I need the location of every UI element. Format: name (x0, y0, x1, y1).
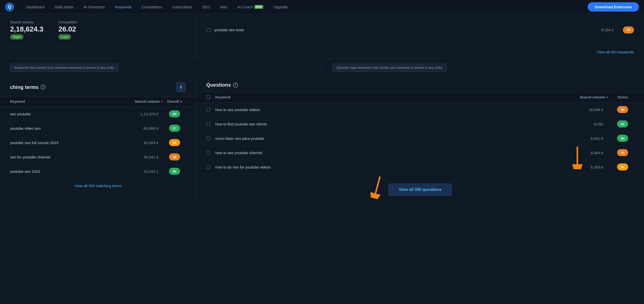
new-badge: NEW (254, 5, 263, 9)
view-all-row: View all 300 matching terms View all 300… (0, 179, 644, 201)
competition-badge: Low (58, 34, 71, 40)
th-keyword-right: Keyword (215, 95, 565, 99)
questions-section: Questions ? Keyword Search volume ▼ Over… (196, 77, 644, 179)
questions-help-icon[interactable]: ? (233, 83, 238, 88)
related-keyword-score: 58 (623, 26, 634, 33)
nav-ai-coach[interactable]: AI Coach NEW (233, 3, 268, 11)
overall-sort-icon[interactable]: ⇅ (180, 100, 182, 103)
competition-stat: Competition 26.02 Low (58, 20, 77, 40)
matching-terms-section: ching terms ? ⬇ Keyword Search volume ▼ … (0, 77, 196, 179)
score-badge: 69 (169, 110, 180, 117)
nav-competitors[interactable]: Competitors (137, 3, 167, 11)
info-box-left: Keywords that contain your searched keyw… (0, 58, 322, 77)
matching-terms-download-button[interactable]: ⬇ (176, 82, 186, 92)
question-row-checkbox[interactable] (206, 151, 210, 155)
stats-right: youtube seo tools 8,194.2 58 (196, 14, 644, 46)
competition-label: Competition (58, 20, 77, 24)
score-badge: 64 (617, 120, 628, 127)
view-all-related-container: View all 261 keywords (196, 46, 644, 58)
search-volume-label: Search volume (10, 20, 43, 24)
table-row[interactable]: how to find youtube seo clients 9,290 64 (196, 117, 644, 131)
th-keyword-left: Keyword (10, 99, 123, 104)
search-volume-value: 2,18,624.3 (10, 25, 43, 33)
th-overall-left: Overall ⇅ (163, 99, 186, 104)
matching-terms-rows: seo youtube 1,13,078.9 69 youtube video … (0, 107, 196, 179)
score-badge: 67 (169, 125, 180, 132)
view-all-questions-button[interactable]: View all 300 questions (388, 184, 452, 196)
view-all-questions-container: View all 300 questions (196, 179, 644, 201)
score-badge: 56 (169, 139, 180, 146)
spacer-left (0, 46, 196, 58)
td-keyword: youtube video seo (10, 126, 123, 130)
view-all-keywords-link[interactable]: View all 261 keywords (597, 50, 634, 54)
info-tag-right: Question type keywords that contain your… (332, 63, 447, 72)
stats-row: Search volume 2,18,624.3 High Competitio… (0, 14, 644, 46)
table-row[interactable]: youtube video seo 66,668.9 67 (0, 121, 196, 136)
orange-arrow-icon (569, 147, 586, 169)
td-keyword: how to find youtube seo clients (215, 122, 565, 126)
td-keyword: how to do seo for youtube videos (215, 165, 565, 169)
svg-line-3 (376, 177, 380, 194)
nav-subscribers[interactable]: Subscribers (168, 3, 196, 11)
search-volume-badge: High (10, 34, 23, 40)
table-row[interactable]: como fazer seo para youtube 8,541.8 66 (196, 131, 644, 146)
logo: Q (5, 3, 14, 12)
question-row-checkbox[interactable] (206, 122, 210, 126)
info-tag-left: Keywords that contain your searched keyw… (10, 63, 118, 72)
info-box-right: Question type keywords that contain your… (322, 58, 644, 77)
nav-seo[interactable]: SEO (197, 3, 215, 11)
table-row[interactable]: youtube seo 2023 32,041.1 66 (0, 164, 196, 179)
td-overall: 58 (611, 106, 634, 113)
td-keyword: youtube seo full course 2023 (10, 141, 123, 145)
table-row[interactable]: how to seo youtube videos 16,548.3 58 (196, 103, 644, 117)
competition-value: 26.02 (58, 25, 77, 33)
question-row-checkbox[interactable] (206, 108, 210, 112)
td-keyword: seo for youtube channel (10, 155, 123, 159)
question-row-checkbox[interactable] (206, 165, 210, 169)
questions-header: Questions ? (196, 77, 644, 92)
nav-max[interactable]: Max (216, 3, 232, 11)
nav-dashboard[interactable]: Dashboard (22, 3, 49, 11)
td-volume: 9,290 (568, 122, 608, 126)
score-badge: 53 (617, 149, 628, 156)
nav-upgrade[interactable]: Upgrade (269, 3, 292, 11)
related-keyword-checkbox[interactable] (206, 28, 210, 32)
th-volume-left: Search volume ▼ (123, 99, 163, 104)
search-volume-stat: Search volume 2,18,624.3 High (10, 20, 43, 40)
td-keyword: seo youtube (10, 112, 123, 116)
view-all-matching-link[interactable]: View all 300 matching terms (74, 184, 122, 188)
table-row[interactable]: seo for youtube channel 38,341.4 59 (0, 150, 196, 164)
view-all-matching-container: View all 300 matching terms (0, 179, 196, 201)
related-keyword-text: youtube seo tools (214, 28, 244, 32)
navigation: Q Dashboard Daily Ideas AI Generator Key… (0, 0, 644, 14)
view-all-related-row: View all 261 keywords (0, 46, 644, 58)
td-check (206, 108, 212, 112)
question-row-checkbox[interactable] (206, 136, 210, 140)
questions-select-all-checkbox[interactable] (206, 95, 210, 99)
nav-keywords[interactable]: Keywords (110, 3, 136, 11)
table-row[interactable]: youtube seo full course 2023 40,309.4 56 (0, 136, 196, 150)
td-overall: 66 (611, 135, 634, 142)
score-badge: 55 (617, 163, 628, 171)
td-volume: 8,541.8 (568, 136, 608, 141)
score-badge: 66 (169, 168, 180, 175)
th-check (206, 95, 212, 99)
related-keyword-volume: 8,194.2 (599, 28, 619, 32)
nav-right: Download Extension (588, 2, 639, 12)
td-keyword: how to seo youtube channel (215, 151, 565, 155)
questions-volume-sort-icon[interactable]: ▼ (606, 96, 608, 99)
td-volume: 1,13,078.9 (123, 112, 163, 116)
table-row[interactable]: seo youtube 1,13,078.9 69 (0, 107, 196, 121)
volume-sort-icon[interactable]: ▼ (161, 100, 163, 103)
td-overall: 55 (611, 163, 634, 171)
nav-items: Dashboard Daily Ideas AI Generator Keywo… (22, 3, 588, 11)
nav-ai-generator[interactable]: AI Generator (79, 3, 110, 11)
score-badge: 58 (617, 106, 628, 113)
table-section: ching terms ? ⬇ Keyword Search volume ▼ … (0, 77, 644, 179)
matching-terms-help-icon[interactable]: ? (41, 85, 46, 90)
view-all-questions-wrapper: View all 300 questions (388, 184, 452, 196)
stats-left: Search volume 2,18,624.3 High Competitio… (0, 14, 196, 46)
nav-daily-ideas[interactable]: Daily Ideas (50, 3, 78, 11)
download-extension-button[interactable]: Download Extension (588, 2, 639, 12)
td-overall: 56 (163, 139, 186, 146)
